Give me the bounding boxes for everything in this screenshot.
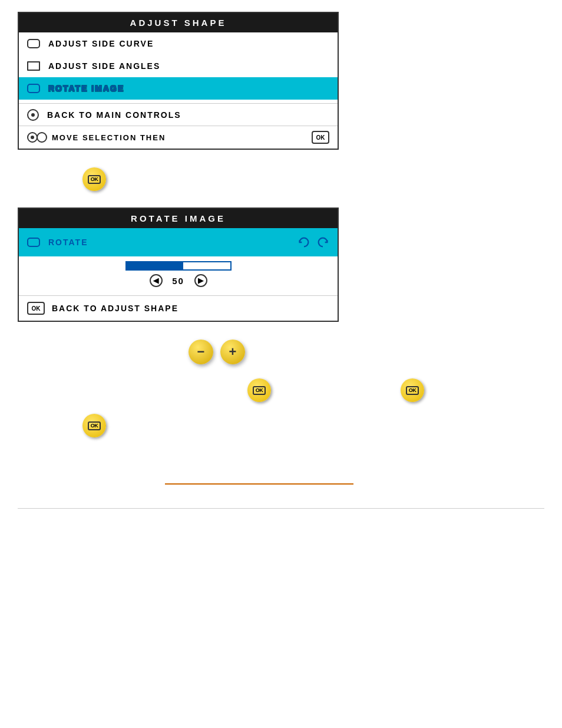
ok-buttons-row: OK OK [18,378,544,402]
slider-controls: ◀ 50 ▶ [150,274,207,287]
menu-item-adjust-side-curve[interactable]: ADJUST SIDE CURVE [19,32,338,55]
slider-decrement-button[interactable]: ◀ [150,274,163,287]
move-selection-label: MOVE SELECTION THEN [52,133,307,142]
slider-track-container [125,261,232,271]
rotate-ccw-icon[interactable] [297,236,310,249]
rotate-image-title: ROTATE IMAGE [19,209,338,228]
slider-fill [127,262,184,269]
ok-yellow-button-2[interactable]: OK [247,378,271,402]
back-to-adjust-shape-label: BACK TO ADJUST SHAPE [52,304,178,313]
slider-row: ◀ 50 ▶ [19,256,338,296]
slider-track[interactable] [125,261,232,271]
double-knob-icon [27,132,47,143]
ok-button-right-container: OK [401,378,424,402]
link-area-container [18,473,544,502]
knob-icon-2 [37,132,47,143]
plus-button[interactable]: + [220,340,245,364]
rotate-icons [297,236,329,249]
rotate-row[interactable]: ROTATE [19,228,338,256]
slider-value: 50 [170,276,187,286]
ok-inner-label-2: OK [253,386,266,395]
ok-small-icon: OK [312,131,329,144]
ok-inner-label-4: OK [88,421,101,430]
rect-icon [27,61,40,71]
ok-back-icon: OK [27,302,45,315]
minus-button[interactable]: − [189,340,213,364]
slider-increment-button[interactable]: ▶ [194,274,207,287]
page-wrapper: ADJUST SHAPE ADJUST SIDE CURVE ADJUST SI… [0,0,562,521]
rotate-rounded-rect-icon [27,238,40,247]
rounded-rect-icon [27,39,40,48]
ok-yellow-button-3[interactable]: OK [401,378,424,402]
link-underline[interactable] [165,473,353,485]
back-to-main-label: BACK TO MAIN CONTROLS [47,110,181,120]
bottom-divider [18,508,544,509]
knob-icon [27,109,39,121]
ok-button-bottom-container: OK [82,414,544,437]
ok-inner-label-1: OK [88,175,101,184]
rotate-image-label: ROTATE IMAGE [48,84,124,93]
adjust-shape-panel: ADJUST SHAPE ADJUST SIDE CURVE ADJUST SI… [18,12,339,150]
ok-inner-label-3: OK [406,386,419,395]
back-to-adjust-shape-row[interactable]: OK BACK TO ADJUST SHAPE [19,296,338,321]
rotate-label: ROTATE [48,238,289,247]
ok-button-1-container: OK [82,167,544,191]
rotate-image-panel: ROTATE IMAGE ROTATE [18,207,339,322]
adjust-shape-title: ADJUST SHAPE [19,13,338,32]
menu-item-adjust-side-angles[interactable]: ADJUST SIDE ANGLES [19,55,338,77]
menu-item-rotate-image[interactable]: ROTATE IMAGE [19,77,338,100]
ok-button-left-container: OK [247,378,271,402]
ok-yellow-button-4[interactable]: OK [82,414,106,437]
adjust-side-angles-label: ADJUST SIDE ANGLES [48,61,160,71]
move-selection-row: MOVE SELECTION THEN OK [19,126,338,149]
menu-item-back-to-main[interactable]: BACK TO MAIN CONTROLS [19,103,338,126]
ok-yellow-button-1[interactable]: OK [82,167,106,191]
rounded-rect-cyan-icon [27,84,40,93]
rotate-cw-icon[interactable] [316,236,329,249]
knob-icon-1 [27,132,38,143]
minus-plus-row: − + [189,340,544,364]
adjust-side-curve-label: ADJUST SIDE CURVE [48,39,154,48]
